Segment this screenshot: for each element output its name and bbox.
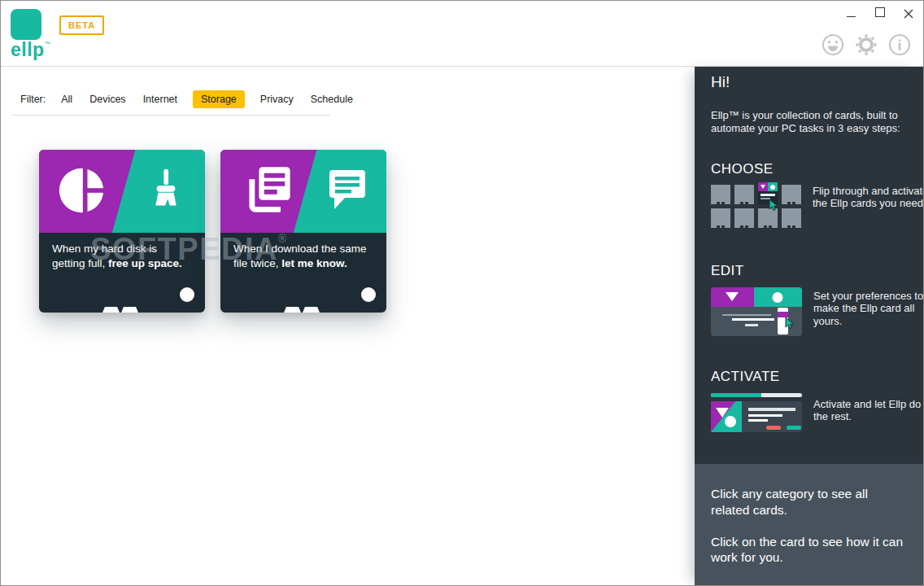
pie-chart-icon bbox=[57, 166, 106, 218]
filter-bar: Filter: All Devices Internet Storage Pri… bbox=[20, 90, 355, 108]
card-caption: When I download the same file twice, let… bbox=[220, 233, 386, 271]
filter-tab-schedule[interactable]: Schedule bbox=[309, 90, 355, 108]
ellp-logo: ellp™ bbox=[11, 9, 54, 59]
footer-hint-cards: Click on the card to see how it can work… bbox=[711, 534, 906, 566]
step-choose: Flip through and activate the Ellp cards… bbox=[711, 185, 924, 228]
choose-illustration bbox=[711, 185, 801, 228]
card-status-dot bbox=[180, 287, 194, 302]
step-activate-description: Activate and let Ellp do the rest. bbox=[813, 398, 924, 423]
step-edit: Set your preferences to make the Ellp ca… bbox=[711, 287, 924, 336]
gear-icon[interactable] bbox=[855, 33, 878, 56]
filter-tab-storage[interactable]: Storage bbox=[193, 90, 245, 108]
cursor-icon bbox=[768, 199, 779, 215]
minimize-icon[interactable] bbox=[847, 7, 856, 17]
beta-badge: BETA bbox=[59, 15, 104, 35]
sidebar: Hi! Ellp™ is your collection of cards, b… bbox=[695, 67, 923, 586]
smiley-icon[interactable] bbox=[822, 33, 844, 56]
cursor-icon bbox=[784, 317, 795, 333]
card-free-up-space[interactable]: When my hard disk is getting full, free … bbox=[39, 150, 205, 313]
card-image bbox=[220, 150, 386, 233]
close-icon[interactable] bbox=[904, 7, 913, 17]
broom-icon bbox=[143, 168, 189, 216]
filter-tab-privacy[interactable]: Privacy bbox=[259, 90, 295, 108]
footer-hint-categories: Click any category to see all related ca… bbox=[711, 486, 906, 518]
card-duplicate-download[interactable]: When I download the same file twice, let… bbox=[220, 150, 386, 313]
step-choose-description: Flip through and activate the Ellp cards… bbox=[813, 185, 924, 210]
card-status-dot bbox=[361, 287, 376, 302]
copies-icon bbox=[240, 163, 295, 221]
maximize-icon[interactable] bbox=[875, 7, 885, 17]
app-window: ellp™ BETA bbox=[0, 0, 924, 586]
filter-tab-internet[interactable]: Internet bbox=[142, 90, 179, 108]
main-area: Filter: All Devices Internet Storage Pri… bbox=[1, 67, 696, 586]
header-icon-row bbox=[822, 33, 911, 56]
activate-illustration bbox=[711, 393, 802, 432]
step-edit-title: EDIT bbox=[711, 263, 744, 279]
step-edit-description: Set your preferences to make the Ellp ca… bbox=[813, 290, 924, 327]
step-activate: Activate and let Ellp do the rest. bbox=[711, 393, 924, 432]
ellp-logo-text: ellp™ bbox=[11, 41, 54, 59]
edit-illustration bbox=[711, 287, 802, 336]
card-caption: When my hard disk is getting full, free … bbox=[39, 233, 205, 271]
chat-bubble-icon bbox=[321, 164, 373, 220]
card-image bbox=[39, 150, 205, 233]
step-choose-title: CHOOSE bbox=[711, 161, 774, 177]
filter-divider bbox=[12, 115, 330, 116]
logo-trademark: ™ bbox=[45, 41, 51, 46]
step-activate-title: ACTIVATE bbox=[711, 369, 780, 385]
info-icon[interactable] bbox=[888, 33, 911, 56]
ellp-logo-icon bbox=[11, 9, 41, 40]
filter-tab-devices[interactable]: Devices bbox=[88, 90, 127, 108]
filter-tab-all[interactable]: All bbox=[59, 90, 74, 108]
window-controls bbox=[847, 7, 913, 17]
sidebar-footer: Click any category to see all related ca… bbox=[695, 464, 923, 586]
sidebar-intro: Ellp™ is your collection of cards, built… bbox=[711, 109, 914, 135]
sidebar-greeting: Hi! bbox=[711, 73, 730, 91]
header: ellp™ BETA bbox=[1, 1, 923, 67]
filter-label: Filter: bbox=[20, 94, 46, 105]
